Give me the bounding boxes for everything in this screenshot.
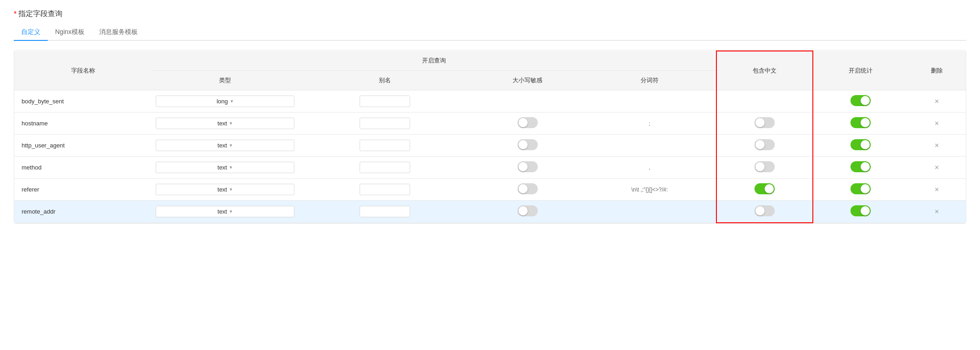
cell-delete[interactable]: × [908, 157, 966, 179]
delete-button[interactable]: × [933, 97, 941, 105]
type-value: text [218, 186, 227, 193]
cell-field-name: body_byte_sent [14, 90, 152, 113]
cell-field-name: method [14, 157, 152, 179]
cell-case-sensitive[interactable] [472, 201, 583, 223]
cell-alias[interactable] [298, 113, 472, 135]
chevron-down-icon: ▾ [231, 98, 233, 104]
cell-delete[interactable]: × [908, 201, 966, 223]
enable-stats-toggle[interactable] [850, 183, 871, 194]
cell-case-sensitive[interactable] [472, 157, 583, 179]
th-field-name: 字段名称 [14, 51, 152, 90]
cell-enable-stats[interactable] [813, 157, 908, 179]
cell-delete[interactable]: × [908, 179, 966, 201]
table-row: hostnametext▾;× [14, 113, 966, 135]
chinese-include-toggle[interactable] [755, 117, 775, 128]
cell-type[interactable]: long▾ [152, 90, 298, 113]
delete-button[interactable]: × [933, 186, 941, 193]
cell-field-name: http_user_agent [14, 135, 152, 157]
chinese-include-toggle[interactable] [755, 205, 775, 216]
enable-stats-toggle[interactable] [850, 117, 871, 128]
tab-message[interactable]: 消息服务模板 [92, 24, 145, 41]
alias-input[interactable] [360, 96, 410, 107]
cell-alias[interactable] [298, 157, 472, 179]
case-sensitive-toggle[interactable] [518, 139, 538, 150]
type-value: text [218, 142, 227, 149]
cell-chinese-include[interactable] [716, 113, 813, 135]
table-row: referertext▾\n\t ,;"{}[]<>?/#:× [14, 179, 966, 201]
enable-stats-toggle[interactable] [850, 95, 871, 106]
chinese-include-toggle[interactable] [755, 183, 775, 194]
case-sensitive-toggle[interactable] [518, 161, 538, 172]
alias-input[interactable] [360, 162, 410, 173]
chevron-down-icon: ▾ [230, 120, 232, 126]
case-sensitive-toggle[interactable] [518, 205, 538, 216]
cell-type[interactable]: text▾ [152, 157, 298, 179]
alias-input[interactable] [360, 184, 410, 195]
chevron-down-icon: ▾ [230, 142, 232, 148]
cell-enable-stats[interactable] [813, 135, 908, 157]
cell-chinese-include[interactable] [716, 201, 813, 223]
cell-delete[interactable]: × [908, 135, 966, 157]
th-chinese-include: 包含中文 [716, 51, 813, 90]
page-header: * 指定字段查询 [14, 9, 966, 19]
th-tokenizer: 分词符 [583, 71, 716, 90]
alias-input[interactable] [360, 206, 410, 217]
enable-stats-toggle[interactable] [850, 139, 871, 150]
cell-chinese-include[interactable] [716, 157, 813, 179]
cell-chinese-include[interactable] [716, 135, 813, 157]
cell-tokenizer: , [583, 157, 716, 179]
chevron-down-icon: ▾ [230, 209, 232, 215]
case-sensitive-toggle[interactable] [518, 117, 538, 128]
cell-delete[interactable]: × [908, 113, 966, 135]
cell-delete[interactable]: × [908, 90, 966, 113]
cell-case-sensitive[interactable] [472, 135, 583, 157]
cell-chinese-include [716, 90, 813, 113]
cell-case-sensitive[interactable] [472, 179, 583, 201]
cell-field-name: referer [14, 179, 152, 201]
enable-stats-toggle[interactable] [850, 161, 871, 172]
cell-type[interactable]: text▾ [152, 179, 298, 201]
chinese-include-toggle[interactable] [755, 139, 775, 150]
chevron-down-icon: ▾ [230, 164, 232, 170]
field-table: 字段名称 开启查询 包含中文 开启统计 删除 类型 别名 大小写敏感 分词符 b… [14, 51, 966, 223]
cell-enable-stats[interactable] [813, 90, 908, 113]
cell-alias[interactable] [298, 90, 472, 113]
table-row: http_user_agenttext▾× [14, 135, 966, 157]
cell-type[interactable]: text▾ [152, 201, 298, 223]
chevron-down-icon: ▾ [230, 186, 232, 192]
cell-field-name: remote_addr [14, 201, 152, 223]
delete-button[interactable]: × [933, 141, 941, 149]
th-query-group: 开启查询 [152, 51, 716, 71]
alias-input[interactable] [360, 140, 410, 151]
cell-type[interactable]: text▾ [152, 113, 298, 135]
chinese-include-toggle[interactable] [755, 161, 775, 172]
cell-tokenizer [583, 201, 716, 223]
th-delete: 删除 [908, 51, 966, 90]
cell-chinese-include[interactable] [716, 179, 813, 201]
tab-custom[interactable]: 自定义 [14, 24, 48, 41]
field-table-container: 字段名称 开启查询 包含中文 开启统计 删除 类型 别名 大小写敏感 分词符 b… [14, 50, 966, 224]
cell-enable-stats[interactable] [813, 201, 908, 223]
type-value: text [218, 164, 227, 171]
cell-case-sensitive[interactable] [472, 113, 583, 135]
cell-tokenizer [583, 135, 716, 157]
cell-type[interactable]: text▾ [152, 135, 298, 157]
type-value: text [218, 208, 227, 215]
delete-button[interactable]: × [933, 164, 941, 171]
required-indicator: * [14, 10, 17, 18]
case-sensitive-toggle[interactable] [518, 183, 538, 194]
delete-button[interactable]: × [933, 119, 941, 127]
tab-nginx[interactable]: Nginx模板 [48, 24, 92, 41]
cell-case-sensitive [472, 90, 583, 113]
alias-input[interactable] [360, 118, 410, 129]
enable-stats-toggle[interactable] [850, 205, 871, 216]
delete-button[interactable]: × [933, 208, 941, 215]
cell-alias[interactable] [298, 201, 472, 223]
cell-enable-stats[interactable] [813, 179, 908, 201]
type-value: text [218, 120, 227, 127]
cell-alias[interactable] [298, 179, 472, 201]
cell-enable-stats[interactable] [813, 113, 908, 135]
cell-alias[interactable] [298, 135, 472, 157]
th-type: 类型 [152, 71, 298, 90]
th-enable-stats: 开启统计 [813, 51, 908, 90]
